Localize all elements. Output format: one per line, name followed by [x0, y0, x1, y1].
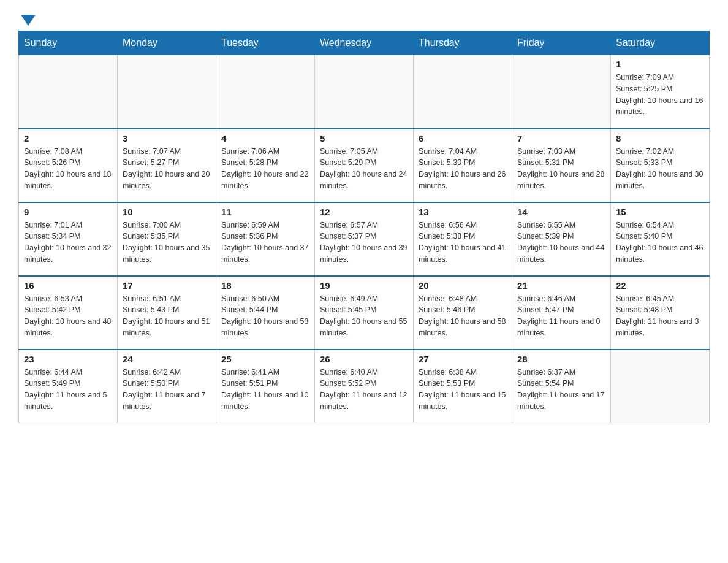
calendar-header-row: SundayMondayTuesdayWednesdayThursdayFrid… — [19, 31, 710, 55]
day-number: 24 — [123, 354, 211, 364]
day-number: 14 — [517, 207, 605, 217]
day-info: Sunrise: 6:45 AM Sunset: 5:48 PM Dayligh… — [616, 293, 704, 339]
calendar-cell: 28Sunrise: 6:37 AM Sunset: 5:54 PM Dayli… — [512, 350, 611, 423]
day-info: Sunrise: 7:04 AM Sunset: 5:30 PM Dayligh… — [419, 146, 507, 192]
day-number: 7 — [517, 133, 605, 144]
logo-arrow-icon — [21, 15, 36, 26]
day-number: 13 — [419, 207, 507, 217]
calendar-week-row: 9Sunrise: 7:01 AM Sunset: 5:34 PM Daylig… — [19, 202, 710, 276]
weekday-header-monday: Monday — [118, 31, 216, 55]
day-number: 16 — [24, 280, 112, 291]
day-info: Sunrise: 6:53 AM Sunset: 5:42 PM Dayligh… — [24, 293, 112, 339]
day-number: 19 — [320, 280, 408, 291]
calendar-cell — [611, 350, 710, 423]
day-info: Sunrise: 6:38 AM Sunset: 5:53 PM Dayligh… — [419, 367, 507, 413]
calendar-cell: 19Sunrise: 6:49 AM Sunset: 5:45 PM Dayli… — [315, 276, 414, 350]
calendar-cell — [414, 55, 512, 129]
weekday-header-friday: Friday — [512, 31, 611, 55]
day-number: 9 — [24, 207, 112, 217]
calendar-cell: 27Sunrise: 6:38 AM Sunset: 5:53 PM Dayli… — [414, 350, 512, 423]
day-info: Sunrise: 6:37 AM Sunset: 5:54 PM Dayligh… — [517, 367, 605, 413]
day-info: Sunrise: 6:49 AM Sunset: 5:45 PM Dayligh… — [320, 293, 408, 339]
calendar-cell: 4Sunrise: 7:06 AM Sunset: 5:28 PM Daylig… — [216, 129, 315, 202]
logo — [18, 12, 36, 25]
day-number: 20 — [419, 280, 507, 291]
day-number: 2 — [24, 133, 112, 144]
calendar-cell: 22Sunrise: 6:45 AM Sunset: 5:48 PM Dayli… — [611, 276, 710, 350]
calendar-cell: 20Sunrise: 6:48 AM Sunset: 5:46 PM Dayli… — [414, 276, 512, 350]
calendar-week-row: 1Sunrise: 7:09 AM Sunset: 5:25 PM Daylig… — [19, 55, 710, 129]
day-number: 6 — [419, 133, 507, 144]
day-number: 23 — [24, 354, 112, 364]
calendar-cell: 25Sunrise: 6:41 AM Sunset: 5:51 PM Dayli… — [216, 350, 315, 423]
day-info: Sunrise: 6:48 AM Sunset: 5:46 PM Dayligh… — [419, 293, 507, 339]
day-info: Sunrise: 7:02 AM Sunset: 5:33 PM Dayligh… — [616, 146, 704, 192]
day-info: Sunrise: 6:44 AM Sunset: 5:49 PM Dayligh… — [24, 367, 112, 413]
calendar-cell: 26Sunrise: 6:40 AM Sunset: 5:52 PM Dayli… — [315, 350, 414, 423]
calendar-cell — [19, 55, 118, 129]
day-info: Sunrise: 7:08 AM Sunset: 5:26 PM Dayligh… — [24, 146, 112, 192]
day-info: Sunrise: 6:59 AM Sunset: 5:36 PM Dayligh… — [221, 220, 309, 266]
day-info: Sunrise: 6:56 AM Sunset: 5:38 PM Dayligh… — [419, 220, 507, 266]
day-info: Sunrise: 7:01 AM Sunset: 5:34 PM Dayligh… — [24, 220, 112, 266]
day-info: Sunrise: 6:54 AM Sunset: 5:40 PM Dayligh… — [616, 220, 704, 266]
day-info: Sunrise: 6:41 AM Sunset: 5:51 PM Dayligh… — [221, 367, 309, 413]
calendar-cell: 9Sunrise: 7:01 AM Sunset: 5:34 PM Daylig… — [19, 202, 118, 276]
day-number: 11 — [221, 207, 309, 217]
day-info: Sunrise: 7:06 AM Sunset: 5:28 PM Dayligh… — [221, 146, 309, 192]
calendar-cell: 23Sunrise: 6:44 AM Sunset: 5:49 PM Dayli… — [19, 350, 118, 423]
day-number: 21 — [517, 280, 605, 291]
weekday-header-sunday: Sunday — [19, 31, 118, 55]
weekday-header-wednesday: Wednesday — [315, 31, 414, 55]
calendar-cell: 17Sunrise: 6:51 AM Sunset: 5:43 PM Dayli… — [118, 276, 216, 350]
calendar-cell: 11Sunrise: 6:59 AM Sunset: 5:36 PM Dayli… — [216, 202, 315, 276]
day-info: Sunrise: 6:51 AM Sunset: 5:43 PM Dayligh… — [123, 293, 211, 339]
calendar-table: SundayMondayTuesdayWednesdayThursdayFrid… — [18, 31, 710, 423]
calendar-cell: 18Sunrise: 6:50 AM Sunset: 5:44 PM Dayli… — [216, 276, 315, 350]
calendar-cell: 2Sunrise: 7:08 AM Sunset: 5:26 PM Daylig… — [19, 129, 118, 202]
calendar-cell: 14Sunrise: 6:55 AM Sunset: 5:39 PM Dayli… — [512, 202, 611, 276]
calendar-cell: 24Sunrise: 6:42 AM Sunset: 5:50 PM Dayli… — [118, 350, 216, 423]
day-info: Sunrise: 6:50 AM Sunset: 5:44 PM Dayligh… — [221, 293, 309, 339]
day-number: 18 — [221, 280, 309, 291]
day-info: Sunrise: 6:42 AM Sunset: 5:50 PM Dayligh… — [123, 367, 211, 413]
day-number: 4 — [221, 133, 309, 144]
calendar-cell: 12Sunrise: 6:57 AM Sunset: 5:37 PM Dayli… — [315, 202, 414, 276]
calendar-cell — [512, 55, 611, 129]
calendar-cell: 8Sunrise: 7:02 AM Sunset: 5:33 PM Daylig… — [611, 129, 710, 202]
weekday-header-saturday: Saturday — [611, 31, 710, 55]
day-number: 10 — [123, 207, 211, 217]
day-number: 3 — [123, 133, 211, 144]
calendar-cell: 10Sunrise: 7:00 AM Sunset: 5:35 PM Dayli… — [118, 202, 216, 276]
day-number: 27 — [419, 354, 507, 364]
day-number: 15 — [616, 207, 704, 217]
day-info: Sunrise: 7:05 AM Sunset: 5:29 PM Dayligh… — [320, 146, 408, 192]
page-header — [18, 12, 710, 25]
calendar-cell: 21Sunrise: 6:46 AM Sunset: 5:47 PM Dayli… — [512, 276, 611, 350]
day-info: Sunrise: 6:40 AM Sunset: 5:52 PM Dayligh… — [320, 367, 408, 413]
calendar-cell: 7Sunrise: 7:03 AM Sunset: 5:31 PM Daylig… — [512, 129, 611, 202]
day-info: Sunrise: 7:07 AM Sunset: 5:27 PM Dayligh… — [123, 146, 211, 192]
calendar-cell — [216, 55, 315, 129]
day-info: Sunrise: 6:57 AM Sunset: 5:37 PM Dayligh… — [320, 220, 408, 266]
weekday-header-thursday: Thursday — [414, 31, 512, 55]
calendar-cell: 13Sunrise: 6:56 AM Sunset: 5:38 PM Dayli… — [414, 202, 512, 276]
calendar-week-row: 23Sunrise: 6:44 AM Sunset: 5:49 PM Dayli… — [19, 350, 710, 423]
day-number: 17 — [123, 280, 211, 291]
calendar-cell: 3Sunrise: 7:07 AM Sunset: 5:27 PM Daylig… — [118, 129, 216, 202]
day-number: 28 — [517, 354, 605, 364]
calendar-cell: 16Sunrise: 6:53 AM Sunset: 5:42 PM Dayli… — [19, 276, 118, 350]
day-number: 12 — [320, 207, 408, 217]
day-number: 1 — [616, 59, 704, 69]
calendar-cell: 5Sunrise: 7:05 AM Sunset: 5:29 PM Daylig… — [315, 129, 414, 202]
calendar-cell — [118, 55, 216, 129]
day-number: 26 — [320, 354, 408, 364]
day-number: 5 — [320, 133, 408, 144]
day-number: 8 — [616, 133, 704, 144]
calendar-cell: 6Sunrise: 7:04 AM Sunset: 5:30 PM Daylig… — [414, 129, 512, 202]
weekday-header-tuesday: Tuesday — [216, 31, 315, 55]
calendar-week-row: 2Sunrise: 7:08 AM Sunset: 5:26 PM Daylig… — [19, 129, 710, 202]
calendar-cell: 1Sunrise: 7:09 AM Sunset: 5:25 PM Daylig… — [611, 55, 710, 129]
day-info: Sunrise: 7:00 AM Sunset: 5:35 PM Dayligh… — [123, 220, 211, 266]
calendar-cell: 15Sunrise: 6:54 AM Sunset: 5:40 PM Dayli… — [611, 202, 710, 276]
